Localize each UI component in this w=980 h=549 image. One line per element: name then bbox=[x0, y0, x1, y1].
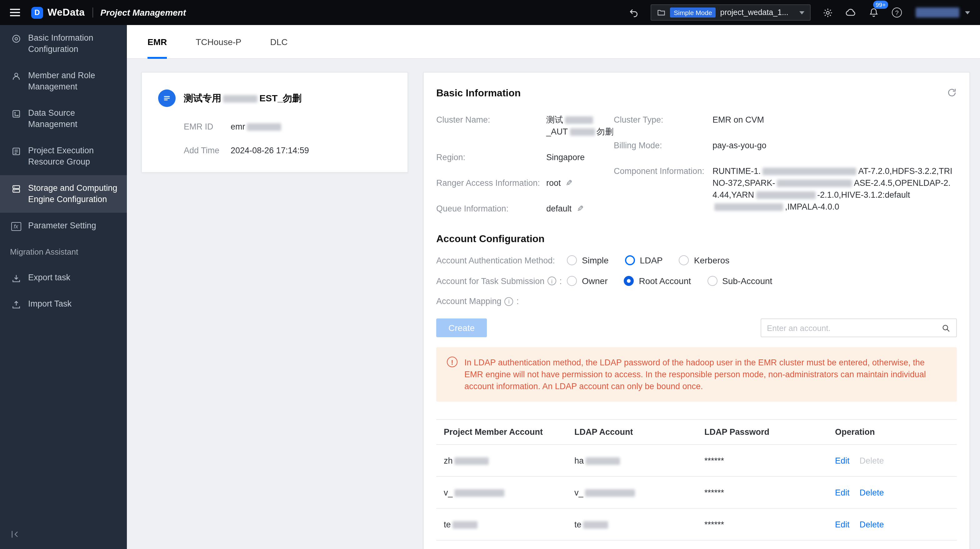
brand-name: WeData bbox=[48, 7, 85, 18]
notification-count-badge: 99+ bbox=[873, 1, 888, 9]
radio-icon-selected bbox=[624, 276, 634, 286]
cloud-icon[interactable] bbox=[845, 6, 857, 19]
radio-label: Sub-Account bbox=[722, 276, 772, 286]
account-search[interactable] bbox=[760, 318, 957, 337]
tab-label: DLC bbox=[270, 37, 288, 46]
sidebar-item-label: Member and Role Management bbox=[28, 70, 119, 93]
radio-ldap[interactable]: LDAP bbox=[625, 255, 663, 265]
sidebar-item-data-source[interactable]: Data Source Management bbox=[0, 100, 127, 138]
cell-ldap-account: v_ bbox=[567, 488, 697, 497]
tab-label: TCHouse-P bbox=[196, 37, 241, 46]
cell-ldap-account: ha bbox=[567, 456, 697, 465]
redacted-text bbox=[585, 457, 620, 465]
field-label: Billing Mode: bbox=[614, 139, 713, 152]
edit-queue-icon[interactable]: ✎ bbox=[577, 203, 584, 215]
edit-ranger-icon[interactable]: ✎ bbox=[566, 177, 573, 189]
radio-kerberos[interactable]: Kerberos bbox=[679, 255, 730, 265]
add-time-label: Add Time bbox=[184, 146, 231, 155]
field-label: Component Information: bbox=[614, 165, 713, 213]
field-value: Singapore bbox=[546, 152, 614, 163]
redacted-text bbox=[777, 180, 852, 187]
radio-icon bbox=[567, 255, 577, 265]
create-button[interactable]: Create bbox=[436, 318, 487, 337]
sidebar-item-export-task[interactable]: Export task bbox=[0, 265, 127, 291]
account-search-input[interactable] bbox=[767, 323, 941, 332]
project-name: project_wedata_1... bbox=[720, 8, 788, 17]
sidebar-item-label: Data Source Management bbox=[28, 108, 119, 130]
wedata-logo[interactable]: D WeData bbox=[31, 6, 85, 18]
sidebar-item-resource-group[interactable]: Project Execution Resource Group bbox=[0, 138, 127, 175]
user-account-menu[interactable] bbox=[914, 8, 970, 18]
field-value: root✎ bbox=[546, 177, 614, 189]
cluster-title: 测试专用EST_勿删 bbox=[184, 92, 302, 104]
cell-ldap-password: ****** bbox=[697, 488, 827, 497]
col-header-ldap-password: LDAP Password bbox=[697, 427, 827, 437]
mapping-toolbar: Create bbox=[436, 318, 957, 337]
sidebar-item-label: Import Task bbox=[28, 298, 72, 310]
field-label: Cluster Type: bbox=[614, 114, 713, 126]
table-row: te te ****** EditDelete bbox=[436, 509, 957, 541]
field-value: pay-as-you-go bbox=[713, 139, 957, 152]
search-icon[interactable] bbox=[941, 323, 951, 332]
project-selector[interactable]: Simple Mode project_wedata_1... bbox=[651, 5, 811, 21]
cell-ldap-password: ****** bbox=[697, 456, 827, 465]
data-source-icon bbox=[11, 108, 21, 119]
sidebar-item-label: Storage and Computing Engine Configurati… bbox=[28, 183, 119, 205]
info-icon[interactable]: i bbox=[505, 297, 514, 306]
storage-engine-icon bbox=[11, 183, 21, 194]
sidebar-collapse-icon[interactable] bbox=[0, 522, 127, 549]
sidebar-item-basic-information[interactable]: Basic Information Configuration bbox=[0, 25, 127, 62]
sidebar: Basic Information Configuration Member a… bbox=[0, 25, 127, 549]
tab-tchouse-p[interactable]: TCHouse-P bbox=[196, 25, 241, 58]
add-time-row: Add Time 2024-08-26 17:14:59 bbox=[184, 146, 391, 155]
sidebar-item-import-task[interactable]: Import Task bbox=[0, 291, 127, 317]
account-mapping-table: Project Member Account LDAP Account LDAP… bbox=[436, 419, 957, 541]
tab-dlc[interactable]: DLC bbox=[270, 25, 288, 58]
tab-emr[interactable]: EMR bbox=[148, 25, 167, 58]
sidebar-item-storage-engine[interactable]: Storage and Computing Engine Configurati… bbox=[0, 175, 127, 213]
content-area: 测试专用EST_勿删 EMR ID emr Add Time 2024-08-2… bbox=[127, 59, 980, 549]
edit-link[interactable]: Edit bbox=[835, 456, 850, 465]
radio-root-account[interactable]: Root Account bbox=[624, 276, 691, 286]
field-queue: Queue Information: default✎ bbox=[436, 203, 614, 215]
field-component-information: Component Information: RUNTIME-1.AT-7.2.… bbox=[614, 165, 957, 213]
delete-link: Delete bbox=[860, 456, 884, 465]
emr-id-row: EMR ID emr bbox=[184, 122, 391, 131]
table-row: zh ha ****** EditDelete bbox=[436, 445, 957, 477]
help-icon[interactable]: ? bbox=[891, 6, 903, 19]
radio-label: Kerberos bbox=[694, 255, 730, 265]
menu-icon[interactable] bbox=[10, 9, 20, 16]
detail-card: Basic Information Cluster Name: 测试 _AUT勿… bbox=[423, 72, 970, 549]
app-title: Project Management bbox=[100, 8, 186, 18]
notification-bell-icon[interactable]: 99+ bbox=[867, 6, 880, 19]
settings-gear-icon[interactable] bbox=[821, 6, 834, 19]
sidebar-item-label: Basic Information Configuration bbox=[28, 32, 119, 55]
redacted-text bbox=[756, 192, 815, 199]
sidebar-item-member-role[interactable]: Member and Role Management bbox=[0, 62, 127, 100]
emr-id-value: emr bbox=[231, 122, 283, 131]
info-icon[interactable]: i bbox=[547, 276, 556, 285]
project-icon bbox=[657, 8, 666, 17]
redacted-text bbox=[714, 204, 783, 211]
radio-simple[interactable]: Simple bbox=[567, 255, 609, 265]
undo-icon[interactable] bbox=[627, 6, 640, 19]
edit-link[interactable]: Edit bbox=[835, 488, 850, 497]
edit-link[interactable]: Edit bbox=[835, 520, 850, 529]
basic-info-icon bbox=[11, 33, 21, 44]
auth-method-row: Account Authentication Method: Simple LD… bbox=[436, 255, 957, 265]
col-header-operation: Operation bbox=[827, 427, 957, 437]
delete-link[interactable]: Delete bbox=[860, 488, 884, 497]
parameter-fx-icon: fx bbox=[11, 221, 21, 231]
delete-link[interactable]: Delete bbox=[860, 520, 884, 529]
sidebar-item-parameter-setting[interactable]: fx Parameter Setting bbox=[0, 213, 127, 239]
refresh-icon[interactable] bbox=[947, 88, 957, 100]
sidebar-item-migration-assistant[interactable]: Migration Assistant bbox=[0, 239, 127, 265]
radio-sub-account[interactable]: Sub-Account bbox=[707, 276, 772, 286]
table-row: v_ v_ ****** EditDelete bbox=[436, 477, 957, 509]
basic-info-fields: Cluster Name: 测试 _AUT勿删 Region: Singapor… bbox=[436, 114, 957, 228]
main-area: EMR TCHouse-P DLC 测试专用EST_勿删 EMR ID emr bbox=[127, 25, 980, 549]
cell-operation: EditDelete bbox=[827, 520, 957, 529]
radio-owner[interactable]: Owner bbox=[567, 276, 608, 286]
task-submission-row: Account for Task Submissioni: Owner Root… bbox=[436, 276, 957, 286]
cluster-card[interactable]: 测试专用EST_勿删 EMR ID emr Add Time 2024-08-2… bbox=[141, 72, 408, 173]
